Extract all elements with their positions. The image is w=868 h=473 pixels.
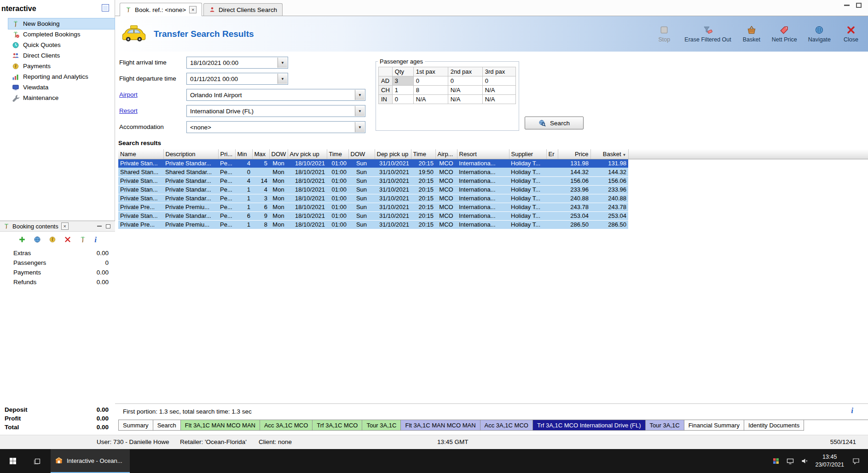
- bottom-tab-flt-3a-1c-man-mco-man[interactable]: Flt 3A,1C MAN MCO MAN: [401, 420, 480, 431]
- results-col-time[interactable]: Time: [411, 149, 435, 159]
- pane-restore-button[interactable]: [102, 4, 109, 12]
- combo-dropdown-icon[interactable]: ▼: [278, 58, 287, 68]
- field-label-airport[interactable]: Airport: [119, 91, 138, 98]
- bottom-tab-tour-3a-1c[interactable]: Tour 3A,1C: [646, 420, 684, 431]
- palm-icon[interactable]: [79, 236, 87, 243]
- sidebar-item-maintenance[interactable]: Maintenance: [8, 93, 115, 103]
- booking-contents-close-icon[interactable]: ×: [61, 222, 69, 230]
- combo-dropdown-icon[interactable]: ▼: [355, 90, 365, 100]
- results-col-dow[interactable]: DOW: [269, 149, 288, 159]
- globe-icon[interactable]: [34, 236, 41, 243]
- task-view-button[interactable]: [27, 449, 48, 473]
- passenger-cell[interactable]: N/A: [448, 86, 482, 95]
- results-col-basket[interactable]: Basket▼: [590, 149, 628, 159]
- results-col-resort[interactable]: Resort: [457, 149, 509, 159]
- delete-icon[interactable]: [64, 236, 71, 243]
- bottom-tab-flt-3a-1c-man-mco-man[interactable]: Flt 3A,1C MAN MCO MAN: [181, 420, 260, 431]
- sidebar-item-new-booking[interactable]: New Booking: [8, 18, 115, 29]
- passenger-cell[interactable]: 3: [392, 76, 413, 86]
- results-col-airp[interactable]: Airp...: [435, 149, 457, 159]
- sidebar-item-direct-clients[interactable]: Direct Clients: [8, 50, 115, 61]
- status-user: User: 730 - Danielle Howe: [97, 438, 169, 445]
- results-col-time[interactable]: Time: [327, 149, 348, 159]
- passenger-cell[interactable]: N/A: [482, 86, 515, 95]
- results-col-er[interactable]: Er: [546, 149, 558, 159]
- results-col-description[interactable]: Description: [163, 149, 218, 159]
- results-col-min[interactable]: Min: [235, 149, 252, 159]
- passenger-cell[interactable]: 1: [392, 86, 413, 95]
- search-button[interactable]: Search: [525, 117, 584, 129]
- minimize-window-icon[interactable]: [844, 5, 850, 6]
- results-col-max[interactable]: Max: [252, 149, 269, 159]
- maximize-window-icon[interactable]: [856, 3, 862, 8]
- start-button[interactable]: [0, 449, 26, 473]
- passenger-cell[interactable]: N/A: [448, 95, 482, 104]
- notification-button[interactable]: [847, 449, 865, 473]
- combo-flight-departure-time[interactable]: 01/11/2021 00:00▼: [186, 73, 288, 85]
- bottom-tab-financial-summary[interactable]: Financial Summary: [684, 420, 744, 431]
- combo-flight-arrival-time[interactable]: 18/10/2021 00:00▼: [186, 57, 288, 69]
- bottom-tab-acc-3a-1c-mco[interactable]: Acc 3A,1C MCO: [260, 420, 312, 431]
- combo-resort[interactable]: International Drive (FL)▼: [186, 105, 365, 117]
- bottom-tab-identity-documents[interactable]: Identity Documents: [744, 420, 804, 431]
- passenger-cell[interactable]: N/A: [413, 95, 448, 104]
- result-row[interactable]: Private Pre...Private Premiu...Pe...18Mo…: [118, 220, 868, 229]
- doc-tab-book-ref-none[interactable]: Book. ref.: <none>×: [120, 3, 202, 16]
- passenger-cell[interactable]: 0: [448, 76, 482, 86]
- passenger-cell[interactable]: 8: [413, 86, 448, 95]
- results-col-price[interactable]: Price: [558, 149, 590, 159]
- bottom-tab-trf-3a-1c-mco[interactable]: Trf 3A,1C MCO: [312, 420, 362, 431]
- sidebar-item-payments[interactable]: Payments: [8, 61, 115, 71]
- result-row[interactable]: Private Stan...Private Standar...Pe...41…: [118, 176, 868, 185]
- booking-total-label: Total: [5, 424, 19, 431]
- results-col-supplier[interactable]: Supplier: [509, 149, 546, 159]
- combo-dropdown-icon[interactable]: ▼: [278, 74, 287, 84]
- sidebar-item-quick-quotes[interactable]: Quick Quotes: [8, 40, 115, 50]
- add-icon[interactable]: [18, 236, 26, 243]
- tray-volume-icon[interactable]: [801, 457, 808, 465]
- pane-maximize-icon[interactable]: [106, 224, 110, 228]
- passenger-cell[interactable]: 0: [413, 76, 448, 86]
- booking-contents-row-extras: Extras0.00: [0, 248, 115, 258]
- passenger-cell[interactable]: 0: [482, 76, 515, 86]
- search-status-text: First portion: 1.3 sec, total search tim…: [123, 408, 252, 415]
- bottom-tab-acc-3a-1c-mco[interactable]: Acc 3A,1C MCO: [480, 420, 533, 431]
- result-cell: 20:15: [411, 194, 435, 203]
- pane-minimize-icon[interactable]: [97, 226, 102, 227]
- results-col-pri[interactable]: Pri...: [218, 149, 235, 159]
- bottom-tab-label: Summary: [123, 422, 149, 429]
- result-row[interactable]: Private Stan...Private Standar...Pe...13…: [118, 194, 868, 203]
- passenger-cell[interactable]: 0: [392, 95, 413, 104]
- field-label-resort[interactable]: Resort: [119, 107, 138, 114]
- taskbar-clock[interactable]: 13:45 23/07/2021: [815, 449, 844, 473]
- info-icon[interactable]: i: [851, 407, 853, 415]
- results-col-name[interactable]: Name: [118, 149, 163, 159]
- taskbar-app-button[interactable]: Interactive - Ocean...: [51, 449, 130, 473]
- tray-apps-icon[interactable]: [772, 457, 780, 465]
- sidebar-item-completed-bookings[interactable]: Completed Bookings: [8, 29, 115, 40]
- combo-dropdown-icon[interactable]: ▼: [355, 122, 365, 132]
- sidebar-item-reporting-and-analytics[interactable]: Reporting and Analytics: [8, 71, 115, 82]
- combo-dropdown-icon[interactable]: ▼: [355, 106, 365, 116]
- tab-close-icon[interactable]: ×: [189, 6, 197, 13]
- sidebar-item-viewdata[interactable]: Viewdata: [8, 82, 115, 93]
- results-col-arv-pick-up[interactable]: Arv pick up: [288, 149, 327, 159]
- passenger-cell[interactable]: N/A: [482, 95, 515, 104]
- result-row[interactable]: Shared Stan...Shared Standar...Pe...0Mon…: [118, 168, 868, 176]
- results-col-dow[interactable]: DOW: [348, 149, 375, 159]
- combo-accommodation[interactable]: <none>▼: [186, 121, 365, 133]
- info-icon[interactable]: i: [94, 236, 97, 244]
- results-col-dep-pick-up[interactable]: Dep pick up: [375, 149, 411, 159]
- combo-airport[interactable]: Orlando Intl Airport▼: [186, 89, 365, 101]
- result-cell: Holiday T...: [509, 176, 546, 185]
- bottom-tab-summary[interactable]: Summary: [118, 420, 153, 431]
- coin-icon[interactable]: [49, 236, 56, 243]
- result-row[interactable]: Private Pre...Private Premiu...Pe...16Mo…: [118, 203, 868, 211]
- result-row[interactable]: Private Stan...Private Standar...Pe...45…: [118, 159, 868, 168]
- bottom-tab-tour-3a-1c[interactable]: Tour 3A,1C: [362, 420, 401, 431]
- result-row[interactable]: Private Stan...Private Standar...Pe...14…: [118, 185, 868, 194]
- bottom-tab-trf-3a-1c-mco-international-drive-fl[interactable]: Trf 3A,1C MCO International Drive (FL): [533, 420, 646, 431]
- bottom-tab-search[interactable]: Search: [153, 420, 181, 431]
- tray-network-icon[interactable]: [787, 457, 794, 465]
- result-row[interactable]: Private Stan...Private Standar...Pe...69…: [118, 211, 868, 220]
